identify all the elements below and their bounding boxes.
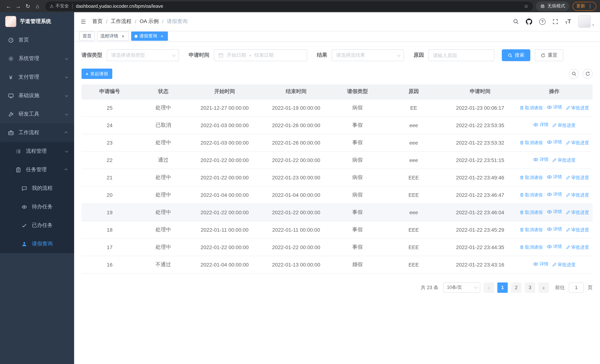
browser-menu-kebab-icon[interactable]: ⋮ xyxy=(588,3,593,9)
cell-apply_time: 2022-01-22 23:45:29 xyxy=(444,221,516,238)
action-detail[interactable]: 详情 xyxy=(533,121,548,128)
close-icon[interactable]: × xyxy=(159,34,165,39)
cell-id: 21 xyxy=(82,169,138,186)
action-progress[interactable]: 审批进度 xyxy=(566,244,589,250)
tab-leave-query[interactable]: 请假查询× xyxy=(131,31,168,41)
cell-start: 2022-01-04 00:00:00 xyxy=(189,256,260,273)
action-progress[interactable]: 审批进度 xyxy=(552,261,576,268)
user-menu[interactable]: ▾ xyxy=(578,15,594,28)
action-detail[interactable]: 详情 xyxy=(546,191,562,197)
action-progress[interactable]: 审批进度 xyxy=(566,209,589,215)
leave-type-select[interactable]: 请选择请假类型 xyxy=(107,49,179,61)
cell-operations: 取消请假详情审批进度 xyxy=(516,221,593,238)
action-cancel[interactable]: 取消请假 xyxy=(519,227,543,233)
sidebar-item-label: 流程管理 xyxy=(26,148,65,155)
cell-id: 18 xyxy=(82,221,138,238)
sidebar-item-home[interactable]: 首页 xyxy=(0,31,74,49)
breadcrumb-item[interactable]: OA 示例 xyxy=(140,18,159,25)
sidebar-item-my-process[interactable]: 我的流程 xyxy=(0,179,74,197)
action-detail[interactable]: 详情 xyxy=(546,226,562,233)
table-row: 20处理中2022-01-04 00:00:002022-01-04 00:00… xyxy=(82,186,593,204)
security-warning-label: 不安全 xyxy=(56,3,69,9)
action-cancel[interactable]: 取消请假 xyxy=(519,192,543,198)
update-button[interactable]: 更新 ⋮ xyxy=(572,2,596,10)
action-detail[interactable]: 详情 xyxy=(533,261,548,267)
page-size-select[interactable]: 10条/页 xyxy=(443,282,480,293)
action-cancel[interactable]: 取消请假 xyxy=(519,209,543,215)
action-detail[interactable]: 详情 xyxy=(533,156,548,163)
sidebar-item-devtools[interactable]: 研发工具 xyxy=(0,105,74,123)
tab-process-detail[interactable]: 流程详情× xyxy=(97,31,129,41)
action-progress[interactable]: 审批进度 xyxy=(566,227,589,233)
result-select[interactable]: 请选择流结果 xyxy=(332,49,404,61)
app-logo[interactable]: 芋道管理系统 xyxy=(0,12,74,31)
page-button-1[interactable]: 1 xyxy=(497,282,508,293)
header-search-icon[interactable] xyxy=(513,19,519,24)
reason-input[interactable] xyxy=(428,49,494,61)
action-cancel[interactable]: 取消请假 xyxy=(519,244,543,250)
sidebar-toggle-icon[interactable] xyxy=(80,18,86,25)
action-detail[interactable]: 详情 xyxy=(546,243,562,250)
github-icon[interactable] xyxy=(526,18,532,25)
action-progress[interactable]: 审批进度 xyxy=(552,122,576,129)
reload-icon[interactable]: ↻ xyxy=(23,1,33,11)
forward-icon[interactable]: → xyxy=(13,1,23,11)
date-range-picker[interactable]: 开始日期 - 结束日期 xyxy=(214,49,307,61)
sidebar-item-leave-query[interactable]: 请假查询 xyxy=(0,235,74,253)
sidebar-item-infrastructure[interactable]: 基础设施 xyxy=(0,86,74,105)
tab-home[interactable]: 首页 xyxy=(79,31,95,41)
refresh-table-button[interactable] xyxy=(582,69,593,79)
action-progress[interactable]: 审批进度 xyxy=(566,174,589,181)
tab-label: 请假查询 xyxy=(139,33,157,39)
goto-page-input[interactable] xyxy=(569,282,584,293)
sidebar-item-label: 工作流程 xyxy=(19,129,65,136)
page-button-2[interactable]: 2 xyxy=(511,282,521,293)
action-cancel[interactable]: 取消请假 xyxy=(519,174,543,181)
reset-button[interactable]: 重置 xyxy=(535,49,563,61)
action-detail[interactable]: 详情 xyxy=(546,104,562,111)
search-button[interactable]: 搜索 xyxy=(502,49,530,61)
sidebar-item-done-task[interactable]: 已办任务 xyxy=(0,216,74,235)
cell-apply_time: 2022-01-22 23:43:16 xyxy=(444,256,516,273)
action-cancel[interactable]: 取消请假 xyxy=(519,140,543,146)
breadcrumb-item[interactable]: 首页 xyxy=(92,18,103,25)
fullscreen-icon[interactable] xyxy=(553,19,558,24)
action-progress[interactable]: 审批进度 xyxy=(552,157,576,163)
cell-end: 2022-01-19 00:00:00 xyxy=(260,99,332,116)
sidebar-item-task-mgmt[interactable]: 任务管理 xyxy=(0,160,74,179)
table-row: 21处理中2022-01-22 00:00:002022-01-23 00:00… xyxy=(82,169,593,186)
reset-label: 重置 xyxy=(548,52,557,59)
breadcrumb-item[interactable]: 工作流程 xyxy=(111,18,131,25)
action-detail[interactable]: 详情 xyxy=(546,139,562,145)
sidebar-item-payment[interactable]: ¥支付管理 xyxy=(0,68,74,86)
create-leave-button[interactable]: + 发起请假 xyxy=(82,69,112,79)
sidebar-item-system[interactable]: 系统管理 xyxy=(0,49,74,68)
sidebar-item-todo-task[interactable]: 待办任务 xyxy=(0,197,74,216)
action-detail[interactable]: 详情 xyxy=(546,174,562,180)
action-progress[interactable]: 审批进度 xyxy=(566,105,589,111)
cell-reason: EEE xyxy=(383,256,444,273)
font-size-icon[interactable]: TT xyxy=(565,18,571,25)
search-icon xyxy=(508,53,513,58)
next-page-button[interactable]: › xyxy=(538,282,549,293)
action-cancel[interactable]: 取消请假 xyxy=(519,105,543,111)
cell-apply_time: 2022-01-23 00:06:17 xyxy=(444,99,516,116)
page-button-3[interactable]: 3 xyxy=(525,282,535,293)
sidebar-item-process-mgmt[interactable]: 流程管理 xyxy=(0,142,74,160)
trash-icon xyxy=(519,140,524,145)
close-icon[interactable]: × xyxy=(121,34,126,39)
help-icon[interactable]: ? xyxy=(539,18,545,25)
action-label: 取消请假 xyxy=(525,244,543,250)
sidebar-item-workflow[interactable]: 工作流程 xyxy=(0,123,74,142)
action-progress[interactable]: 审批进度 xyxy=(566,192,589,198)
bookmark-star-icon[interactable]: ☆ xyxy=(524,3,528,9)
home-icon[interactable]: ⌂ xyxy=(33,1,42,11)
table-row: 16不通过2022-01-04 00:00:002022-01-13 00:00… xyxy=(82,256,593,273)
prev-page-button[interactable]: ‹ xyxy=(484,282,494,293)
action-detail[interactable]: 详情 xyxy=(546,209,562,215)
logo-image xyxy=(5,16,16,27)
url-bar[interactable]: ⚠ 不安全 dashboard.yudao.iocoder.cn/bpm/oa/… xyxy=(45,1,533,11)
toggle-search-button[interactable] xyxy=(569,69,579,79)
action-progress[interactable]: 审批进度 xyxy=(566,140,589,146)
back-icon[interactable]: ← xyxy=(4,1,13,11)
